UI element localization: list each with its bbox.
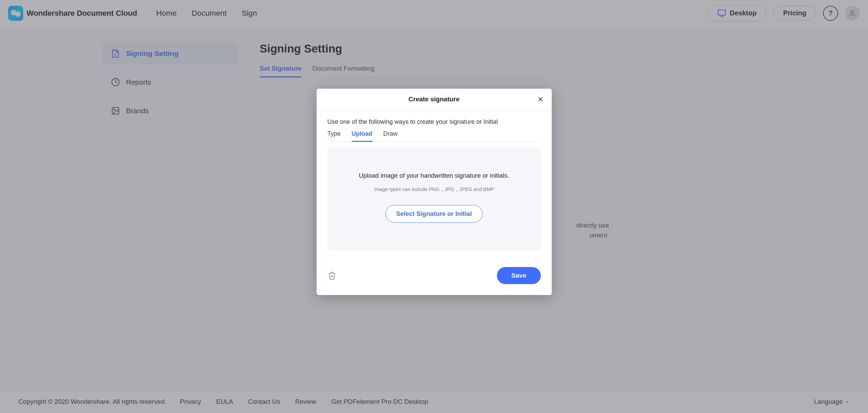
- modal-tabs: Type Upload Draw: [328, 130, 541, 142]
- save-button-label: Save: [511, 272, 526, 279]
- modal-tab-label: Draw: [383, 130, 398, 137]
- modal-tab-upload[interactable]: Upload: [352, 130, 372, 142]
- modal-tab-draw[interactable]: Draw: [383, 130, 398, 142]
- modal-body: Use one of the following ways to create …: [317, 110, 552, 260]
- select-signature-button-label: Select Signature or Initial: [396, 210, 472, 217]
- close-icon: [537, 95, 544, 103]
- save-button[interactable]: Save: [497, 267, 540, 284]
- create-signature-modal: Create signature Use one of the followin…: [317, 89, 552, 295]
- modal-header: Create signature: [317, 89, 552, 110]
- modal-tab-label: Upload: [352, 130, 372, 137]
- dropzone-main-text: Upload image of your handwritten signatu…: [338, 172, 531, 179]
- modal-title: Create signature: [409, 95, 460, 103]
- modal-tab-type[interactable]: Type: [328, 130, 341, 142]
- trash-icon: [328, 271, 336, 280]
- delete-button[interactable]: [328, 271, 336, 280]
- dropzone-sub-text: Image types can include PNG，JPG，JPEG and…: [338, 186, 531, 193]
- modal-overlay: Create signature Use one of the followin…: [0, 0, 868, 413]
- modal-tab-label: Type: [328, 130, 341, 137]
- close-button[interactable]: [537, 95, 544, 103]
- modal-subtext: Use one of the following ways to create …: [328, 118, 541, 126]
- modal-footer: Save: [317, 260, 552, 295]
- select-signature-button[interactable]: Select Signature or Initial: [385, 205, 482, 223]
- upload-drop-zone[interactable]: Upload image of your handwritten signatu…: [328, 147, 541, 250]
